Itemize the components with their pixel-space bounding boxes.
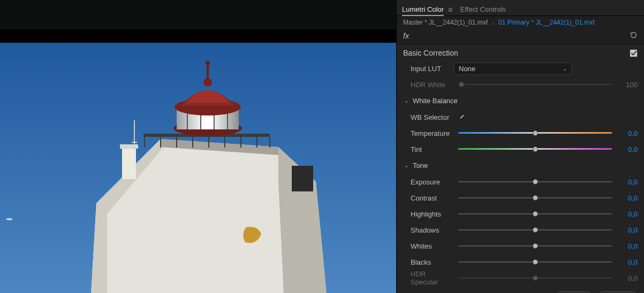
chevron-down-icon: ⌄ (563, 66, 567, 72)
fx-label[interactable]: fx (403, 32, 409, 40)
section-title-basic[interactable]: Basic Correction (403, 49, 458, 57)
group-white-balance[interactable]: ⌄ White Balance (403, 95, 638, 107)
value-hdr-white: 100 (616, 81, 638, 89)
panel-menu-icon[interactable]: ≡ (448, 5, 453, 14)
label-exposure: Exposure (403, 178, 454, 186)
value-whites[interactable]: 0,0 (616, 242, 638, 250)
label-blacks: Blacks (403, 258, 454, 266)
value-hdr-specular: 0,0 (616, 274, 638, 282)
label-contrast: Contrast (403, 194, 454, 202)
value-temperature[interactable]: 0,0 (616, 129, 638, 137)
preview-viewer (0, 0, 396, 293)
label-whites: Whites (403, 242, 454, 250)
svg-rect-9 (134, 120, 135, 150)
value-exposure[interactable]: 0,0 (616, 178, 638, 186)
row-shadows: Shadows 0,0 (403, 224, 638, 236)
svg-rect-8 (120, 144, 138, 149)
basic-correction-toggle[interactable] (630, 49, 638, 57)
label-hdr-white: HDR White (403, 81, 454, 89)
slider-whites[interactable] (458, 242, 612, 250)
slider-blacks[interactable] (458, 258, 612, 266)
row-wb-selector: WB Selector (403, 111, 638, 123)
dropdown-value: None (459, 65, 475, 73)
svg-rect-7 (122, 147, 136, 179)
label-highlights: Highlights (403, 210, 454, 218)
tab-lumetri[interactable]: Lumetri Color (402, 3, 444, 16)
row-hdr-white: HDR White 100 (403, 79, 638, 90)
slider-shadows[interactable] (458, 226, 612, 234)
slider-tint[interactable] (458, 145, 612, 153)
row-whites: Whites 0,0 (403, 240, 638, 252)
viewer-topbar (0, 0, 396, 29)
slider-highlights[interactable] (458, 210, 612, 218)
value-blacks[interactable]: 0,0 (616, 258, 638, 266)
value-contrast[interactable]: 0,0 (616, 194, 638, 202)
section-basic-correction: Basic Correction Input LUT None ⌄ HDR Wh… (397, 44, 644, 293)
row-highlights: Highlights 0,0 (403, 208, 638, 220)
tone-buttons: Reset Auto⊟ (397, 288, 644, 293)
preview-image (0, 43, 396, 293)
dropdown-input-lut[interactable]: None ⌄ (454, 63, 572, 75)
label-wb-selector: WB Selector (403, 113, 454, 121)
fx-row: fx (397, 29, 644, 44)
breadcrumb-clip[interactable]: 01 Primary * JL__2442(1)_01.mxf (498, 19, 594, 26)
label-shadows: Shadows (403, 226, 454, 234)
label-tint: Tint (403, 145, 454, 153)
svg-rect-10 (132, 142, 137, 143)
reset-effect-icon[interactable] (630, 31, 638, 41)
row-exposure: Exposure 0,0 (403, 176, 638, 188)
chevron-down-icon[interactable]: ⌄ (491, 20, 495, 26)
slider-exposure[interactable] (458, 178, 612, 186)
value-tint[interactable]: 0,0 (616, 145, 638, 153)
group-title-tone: Tone (413, 161, 428, 169)
slider-hdr-white (458, 81, 612, 88)
label-temperature: Temperature (403, 129, 454, 137)
panel-tabs: Lumetri Color ≡ Effect Controls (397, 0, 644, 16)
row-hdr-specular: HDR Specular 0,0 (403, 272, 638, 284)
caret-down-icon: ⌄ (403, 98, 410, 104)
value-shadows[interactable]: 0,0 (616, 226, 638, 234)
svg-rect-6 (292, 166, 313, 191)
eyedropper-icon[interactable] (457, 112, 466, 122)
group-tone[interactable]: ⌄ Tone (403, 159, 638, 172)
row-contrast: Contrast 0,0 (403, 192, 638, 204)
label-input-lut: Input LUT (403, 65, 454, 73)
row-blacks: Blacks 0,0 (403, 256, 638, 268)
slider-temperature[interactable] (458, 129, 612, 137)
row-input-lut: Input LUT None ⌄ (403, 63, 638, 74)
svg-point-31 (206, 61, 210, 65)
slider-contrast[interactable] (458, 194, 612, 202)
caret-down-icon: ⌄ (403, 163, 410, 168)
breadcrumb-master[interactable]: Master * JL__2442(1)_01.mxf (403, 19, 488, 26)
row-tint: Tint 0,0 (403, 143, 638, 155)
group-title-wb: White Balance (413, 97, 458, 105)
tab-effect-controls[interactable]: Effect Controls (460, 3, 506, 16)
value-highlights[interactable]: 0,0 (616, 210, 638, 218)
breadcrumb: Master * JL__2442(1)_01.mxf ⌄ 01 Primary… (397, 16, 644, 29)
row-temperature: Temperature 0,0 (403, 127, 638, 139)
slider-hdr-specular (458, 274, 612, 282)
label-hdr-specular: HDR Specular (403, 270, 454, 286)
svg-rect-30 (207, 64, 209, 80)
lumetri-panel: Lumetri Color ≡ Effect Controls Master *… (396, 0, 644, 293)
